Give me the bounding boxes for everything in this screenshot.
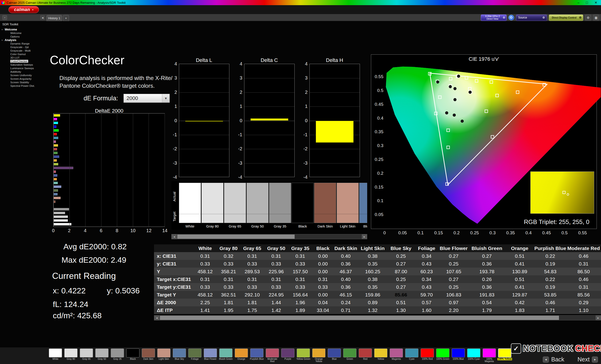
tab-history[interactable]: History 1 [47,15,62,21]
gridline [179,92,229,93]
sidebar-collapse-button[interactable]: ◀ [40,16,45,20]
table-cell: 292.10 [240,291,264,298]
patch-button-100-cyan[interactable]: 100% Cyan [466,348,481,360]
patch-label: Black [126,358,140,360]
source-button[interactable]: Source ⚙ [516,15,547,21]
sidebar-item-screen-uniformity[interactable]: Screen Uniformity [0,74,46,77]
scroll-thumb[interactable] [160,316,559,320]
scroll-right-icon[interactable]: ► [596,316,601,320]
patch-button-100-yellow[interactable]: 100% Yellow [498,348,512,360]
sidebar-item-analysis[interactable]: ▾Analysis [0,38,46,42]
next-button[interactable]: Next ► [578,356,598,363]
current-reading-heading: Current Reading [52,271,116,281]
patch-button-orange[interactable]: Orange [234,348,249,360]
deltae-plot [53,113,165,227]
add-tab-button[interactable]: + [63,15,69,21]
patch-label: Bluish Green [219,358,233,360]
sidebar-item-spectral-power-dist-[interactable]: Spectral Power Dist. [0,84,46,88]
calman-menu-button[interactable]: calman ▾ [9,6,39,13]
sidebar-item-screen-angularity[interactable]: Screen Angularity [0,77,46,81]
patch-button-blue-flower[interactable]: Blue Flower [203,348,218,360]
patch-button-yellow[interactable]: Yellow [373,348,388,360]
table-cell: 0.51 [505,275,534,283]
minimize-button[interactable]: – [578,1,579,4]
scroll-left-icon[interactable]: ◄ [154,316,160,320]
sidebar-item-luminance-sweeps[interactable]: Luminance Sweeps [0,67,46,70]
de-formula-dropdown[interactable]: 2000 ▼ [123,94,170,103]
tree-expand-icon[interactable]: ▾ [2,38,3,42]
column-header-moderate-red: Moderate Red [566,244,601,252]
patch-button-gray-65[interactable]: Gray 65 [79,348,94,360]
patch-button-blue-sky[interactable]: Blue Sky [172,348,187,360]
toolbar: ▪ ◀ History 1 + X-Rite i1Pro 2Direct Vie… [0,14,601,21]
display-control-button[interactable]: Direct Display Control ⚙ [549,15,583,21]
sidebar-item-grayscale-multi[interactable]: Grayscale - Multi [0,49,46,53]
patch-button-gray-35[interactable]: Gray 35 [110,348,125,360]
sidebar-item-color-gamut[interactable]: Color Gamut [0,53,46,56]
deltae-bar-dark-skin [53,201,55,203]
tree-expand-icon[interactable]: ▾ [2,28,3,31]
sidebar-item-additivity[interactable]: Additivity [0,70,46,74]
table-cell: 0.33 [193,283,217,291]
patch-button-foliage[interactable]: Foliage [188,348,202,360]
table-scrollbar[interactable]: ◄ ► [154,315,601,320]
gridline [179,149,229,149]
sidebar-item-3d-lut[interactable]: 3D LUT [0,56,46,60]
sidebar-item-welcome[interactable]: ▾Welcome [0,28,46,31]
patch-button-green[interactable]: Green [342,348,357,360]
patch-button-white[interactable]: White [48,348,63,360]
patch-button-dark-skin[interactable]: Dark Skin [141,348,156,360]
patch-button-orange-yellow[interactable]: Orange Yellow [311,348,326,363]
patch-button-magenta[interactable]: Magenta [389,348,404,360]
column-header-purplish-blue: Purplish Blue [534,244,566,252]
patch-button-light-skin[interactable]: Light Skin [157,348,171,360]
strip-scrollbar[interactable]: ◄ ► [171,234,367,239]
table-cell: 1.81 [217,298,240,306]
axis-tick-label: 8 [116,228,118,233]
patch-button-gray-80[interactable]: Gray 80 [64,348,78,360]
patch-button-purple[interactable]: Purple [280,348,295,360]
patch-button-100-red[interactable]: 100% Red [420,348,435,360]
sidebar-item-grayscale-2pt[interactable]: Grayscale - 2pt [0,46,46,49]
patch-button-cyan[interactable]: Cyan [404,348,419,360]
sidebar-item-saturation-sweeps[interactable]: Saturation Sweeps [0,63,46,67]
close-button[interactable]: ✕ [594,1,597,4]
patch-button-gray-50[interactable]: Gray 50 [95,348,109,360]
meter-status-badge[interactable] [509,15,514,20]
patch-button-100-green[interactable]: 100% Green [435,348,450,360]
scroll-left-icon[interactable]: ◄ [172,234,177,239]
table-cell: 0.43 [415,260,439,268]
maximize-button[interactable]: □ [586,1,588,4]
table-cell: 0.38 [358,252,387,260]
axis-tick-label: 0.3 [377,143,383,148]
axis-tick-label: 2 [174,90,177,95]
patch-button-moderate-red[interactable]: Moderate Red [265,348,280,363]
sidebar-item-options[interactable]: Options [0,35,46,38]
patch-button-100-blue[interactable]: 100% Blue [451,348,466,360]
brand-bar: calman ▾ [0,5,601,14]
patch-button-blue[interactable]: Blue [327,348,341,360]
strip-patch-label: Gray 35 [269,224,291,228]
scroll-right-icon[interactable]: ► [362,234,367,239]
back-button[interactable]: ◄ Back [543,356,564,363]
settings-gear-button[interactable]: ⚙ [585,15,591,21]
patch-button-red[interactable]: Red [358,348,372,360]
patch-button-bluish-green[interactable]: Bluish Green [219,348,233,360]
sidebar-item-dynamic-range[interactable]: Dynamic Range [0,42,46,46]
patch-button-purplish-blue[interactable]: Purplish Blue [250,348,264,360]
patch-button-100-magenta[interactable]: 100% Magenta [482,348,497,363]
patch-button-yellow-green[interactable]: Yellow Green [296,348,311,360]
sidebar-item-colorchecker[interactable]: ColorChecker [0,60,46,63]
table-cell: 0.41 [505,260,534,268]
target-part [224,214,246,223]
meter-button[interactable]: X-Rite i1Pro 2Direct View ⚙ [481,15,507,21]
patch-swatch [328,348,341,357]
sidebar-item-welcome[interactable]: Welcome [0,31,46,35]
cie-chart-panel: CIE 1976 u'v' 0.050.10.150.20.250.30.350… [371,54,597,229]
patch-swatch [467,348,480,357]
patch-button-black[interactable]: Black [126,348,140,360]
sidebar-item-screen-stability[interactable]: Screen Stability [0,81,46,84]
layout-panel-button[interactable]: ▦ [593,15,599,21]
menu-button[interactable]: ▪ [2,15,7,20]
scroll-thumb[interactable] [177,235,295,239]
